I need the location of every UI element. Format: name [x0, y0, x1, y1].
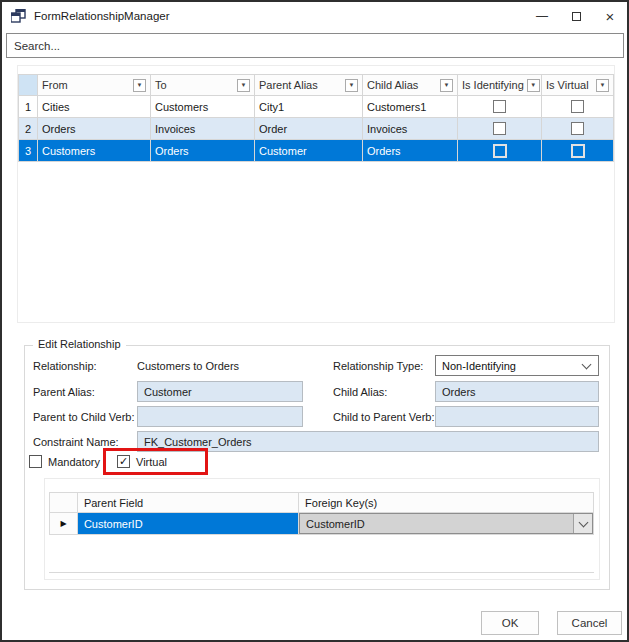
cell-parent-alias[interactable]: Order — [255, 118, 363, 140]
is-virtual-checkbox[interactable] — [571, 144, 585, 158]
filter-arrow-icon: ▼ — [349, 82, 355, 88]
cell-child-alias[interactable]: Orders — [363, 140, 458, 162]
grid-header-row: From ▼ To ▼ Parent Alias ▼ Child Alias ▼… — [18, 74, 614, 96]
table-row: 2 Orders Invoices Order Invoices — [18, 118, 614, 140]
field-grid-header-row: Parent Field Foreign Key(s) — [50, 493, 593, 513]
parent-alias-field[interactable]: Customer — [137, 381, 303, 402]
cell-is-virtual — [542, 140, 614, 162]
field-grid-bottom-border — [49, 572, 594, 573]
is-identifying-filter-button[interactable]: ▼ — [527, 79, 540, 92]
cell-from[interactable]: Orders — [38, 118, 151, 140]
group-label: Edit Relationship — [33, 338, 126, 350]
cell-is-virtual — [542, 96, 614, 118]
cell-to[interactable]: Invoices — [151, 118, 255, 140]
filter-arrow-icon: ▼ — [600, 82, 606, 88]
cell-is-identifying — [458, 118, 542, 140]
filter-arrow-icon: ▼ — [137, 82, 143, 88]
parent-to-child-verb-field[interactable] — [137, 406, 303, 427]
cell-child-alias[interactable]: Invoices — [363, 118, 458, 140]
child-alias-filter-button[interactable]: ▼ — [440, 79, 453, 92]
column-header-child-alias[interactable]: Child Alias ▼ — [363, 74, 458, 96]
minimize-icon: — — [536, 9, 548, 23]
column-header-is-virtual[interactable]: Is Virtual ▼ — [542, 74, 614, 96]
relationship-label: Relationship: — [33, 360, 97, 372]
row-arrow-icon: ▶ — [60, 519, 66, 528]
close-button[interactable]: × — [593, 2, 627, 30]
titlebar: FormRelationshipManager — × — [2, 2, 627, 30]
mandatory-checkbox[interactable] — [29, 455, 42, 468]
is-identifying-checkbox[interactable] — [493, 122, 506, 135]
annotation-red-box — [103, 448, 208, 475]
search-input[interactable] — [6, 33, 624, 58]
cancel-button[interactable]: Cancel — [557, 611, 622, 635]
child-alias-label: Child Alias: — [333, 386, 387, 398]
filter-arrow-icon: ▼ — [530, 82, 536, 88]
relationships-grid: From ▼ To ▼ Parent Alias ▼ Child Alias ▼… — [17, 65, 615, 323]
ok-button[interactable]: OK — [481, 611, 539, 635]
cell-foreign-key: CustomerID — [299, 513, 593, 535]
column-header-parent-alias[interactable]: Parent Alias ▼ — [255, 74, 363, 96]
is-virtual-checkbox[interactable] — [571, 122, 584, 135]
row-header-cell[interactable]: 3 — [18, 140, 38, 162]
field-grid-row: ▶ CustomerID CustomerID — [50, 513, 593, 535]
cell-is-virtual — [542, 118, 614, 140]
table-row: 1 Cities Customers City1 Customers1 — [18, 96, 614, 118]
is-virtual-checkbox[interactable] — [571, 100, 584, 113]
field-mapping-panel: Parent Field Foreign Key(s) ▶ CustomerID… — [44, 478, 600, 580]
foreign-key-dropdown-button[interactable] — [573, 514, 592, 533]
is-virtual-filter-button[interactable]: ▼ — [596, 79, 609, 92]
cell-is-identifying — [458, 140, 542, 162]
column-header-foreign-keys[interactable]: Foreign Key(s) — [299, 493, 593, 513]
grid-corner-cell[interactable] — [18, 74, 38, 96]
cell-parent-alias[interactable]: Customer — [255, 140, 363, 162]
cell-to[interactable]: Orders — [151, 140, 255, 162]
is-identifying-checkbox[interactable] — [493, 100, 506, 113]
cell-parent-field[interactable]: CustomerID — [78, 513, 299, 535]
column-header-to[interactable]: To ▼ — [151, 74, 255, 96]
child-to-parent-verb-label: Child to Parent Verb: — [333, 411, 435, 423]
mandatory-label: Mandatory — [48, 456, 100, 468]
parent-alias-label: Parent Alias: — [33, 386, 95, 398]
cell-from[interactable]: Cities — [38, 96, 151, 118]
maximize-icon — [572, 12, 581, 21]
column-header-is-identifying[interactable]: Is Identifying ▼ — [458, 74, 542, 96]
close-icon: × — [606, 9, 615, 24]
is-identifying-checkbox[interactable] — [493, 144, 507, 158]
cell-parent-alias[interactable]: City1 — [255, 96, 363, 118]
filter-arrow-icon: ▼ — [241, 82, 247, 88]
current-row-indicator[interactable]: ▶ — [50, 513, 78, 535]
table-row-selected: 3 Customers Orders Customer Orders — [18, 140, 614, 162]
relationship-type-combobox[interactable]: Non-Identifying — [435, 355, 599, 376]
maximize-button[interactable] — [559, 2, 593, 30]
relationship-type-label: Relationship Type: — [333, 360, 423, 372]
cell-to[interactable]: Customers — [151, 96, 255, 118]
child-to-parent-verb-field[interactable] — [435, 406, 599, 427]
constraint-name-label: Constraint Name: — [33, 436, 119, 448]
parent-alias-filter-button[interactable]: ▼ — [345, 79, 358, 92]
chevron-down-icon — [578, 517, 588, 527]
field-grid-corner-cell[interactable] — [50, 493, 78, 513]
to-filter-button[interactable]: ▼ — [237, 79, 250, 92]
row-header-cell[interactable]: 2 — [18, 118, 38, 140]
minimize-button[interactable]: — — [525, 2, 559, 30]
field-mapping-grid: Parent Field Foreign Key(s) ▶ CustomerID… — [49, 492, 594, 535]
cell-is-identifying — [458, 96, 542, 118]
cell-child-alias[interactable]: Customers1 — [363, 96, 458, 118]
child-alias-field[interactable]: Orders — [435, 381, 599, 402]
window-title: FormRelationshipManager — [34, 10, 170, 22]
from-filter-button[interactable]: ▼ — [133, 79, 146, 92]
foreign-key-combobox[interactable]: CustomerID — [299, 513, 593, 534]
parent-to-child-verb-label: Parent to Child Verb: — [33, 411, 135, 423]
titlebar-buttons: — × — [525, 2, 627, 30]
filter-arrow-icon: ▼ — [444, 82, 450, 88]
app-icon — [11, 9, 26, 23]
column-header-parent-field[interactable]: Parent Field — [78, 493, 299, 513]
form-relationship-manager-window: FormRelationshipManager — × From ▼ To ▼ … — [0, 0, 629, 642]
column-header-from[interactable]: From ▼ — [38, 74, 151, 96]
relationship-value: Customers to Orders — [137, 360, 239, 372]
chevron-down-icon — [582, 359, 592, 369]
row-header-cell[interactable]: 1 — [18, 96, 38, 118]
cell-from[interactable]: Customers — [38, 140, 151, 162]
mandatory-checkbox-row: Mandatory — [29, 455, 100, 468]
